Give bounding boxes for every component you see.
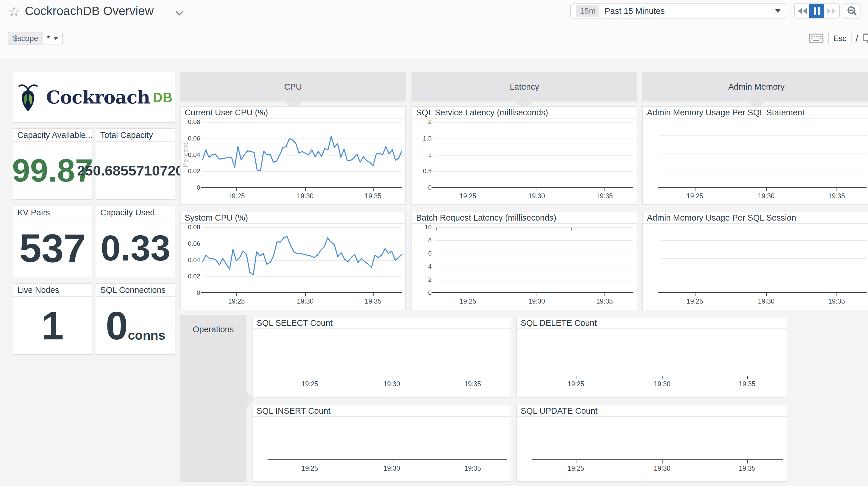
slash-separator: /	[856, 33, 858, 44]
top-header: ☆ CockroachDB Overview 15m Past 15 Minut…	[0, 0, 868, 59]
timeline-playback-controls	[794, 3, 840, 19]
chart-title: SQL Service Latency (milliseconds)	[412, 107, 637, 118]
group-header-cpu: CPU	[180, 72, 406, 102]
chart-plot-area: 19:2519:3019:35	[269, 420, 507, 460]
stat-title: Live Nodes	[13, 284, 92, 297]
chart-title: Batch Request Latency (milliseconds)	[412, 212, 637, 224]
rewind-icon	[796, 7, 808, 15]
rewind-button[interactable]	[795, 4, 809, 18]
stat-title: Capacity Available...	[13, 128, 92, 142]
group-label: CPU	[284, 82, 302, 92]
stat-value: 537	[19, 228, 86, 268]
cockroach-bug-icon	[16, 82, 40, 112]
stat-value: 0	[106, 306, 128, 345]
chart-system-cpu[interactable]: System CPU (%) 0.080.060.040.02019:2519:…	[180, 211, 406, 310]
chart-title: SQL INSERT Count	[252, 405, 510, 417]
chart-title: Current User CPU (%)	[181, 107, 405, 118]
chart-title: SQL UPDATE Count	[517, 405, 787, 417]
group-header-latency: Latency	[411, 72, 638, 102]
chart-plot-area: 19:2519:3019:35	[533, 333, 783, 376]
stat-value: 250.6855710720	[77, 164, 184, 178]
brand-suffix: DB	[153, 90, 173, 105]
chart-admin-memory-per-sql-statement[interactable]: Admin Memory Usage Per SQL Statement 19:…	[642, 106, 868, 205]
group-label: Latency	[510, 82, 539, 92]
stat-title: Total Capacity	[96, 128, 175, 142]
chart-title: SQL SELECT Count	[252, 317, 510, 329]
chart-sql-update-count[interactable]: SQL UPDATE Count 19:2519:3019:35	[516, 405, 787, 482]
page-title: CockroachDB Overview	[25, 4, 154, 18]
chart-sql-insert-count[interactable]: SQL INSERT Count 19:2519:3019:35	[252, 405, 511, 482]
cockroachdb-logo-panel: Cockroach DB	[13, 72, 176, 123]
chart-sql-service-latency[interactable]: SQL Service Latency (milliseconds) 21.51…	[411, 106, 638, 205]
chart-title: Admin Memory Usage Per SQL Statement	[643, 107, 868, 118]
time-range-badge: 15m	[576, 5, 599, 17]
chart-plot-area: 0.080.060.040.02019:2519:3019:35	[203, 227, 402, 293]
chart-plot-area: 19:2519:3019:35	[660, 122, 867, 188]
chart-sql-select-count[interactable]: SQL SELECT Count 19:2519:3019:35	[252, 317, 511, 398]
stat-value: 1	[41, 306, 64, 345]
stat-title: Capacity Used	[96, 206, 175, 220]
chart-plot-area: 19:2519:3019:35	[269, 333, 507, 376]
stat-kv-pairs[interactable]: KV Pairs 537	[13, 205, 92, 277]
fast-forward-button[interactable]	[825, 4, 839, 18]
esc-key-badge[interactable]: Esc	[828, 32, 851, 46]
chart-plot-area: 0.080.060.040.02019:2519:3019:35Percent	[203, 122, 402, 188]
template-variable-scope[interactable]: $scope *	[8, 32, 63, 45]
magnifier-minus-icon	[847, 6, 857, 16]
stat-value: 0.33	[100, 230, 170, 266]
chart-title: Admin Memory Usage Per SQL Session	[643, 212, 868, 224]
group-label: Operations	[193, 325, 234, 334]
group-header-operations: Operations	[180, 315, 246, 482]
chart-plot-area: 108642019:2519:3019:35	[434, 227, 633, 293]
chart-plot-area: 19:2519:3019:35	[533, 420, 783, 460]
scope-caret-icon	[54, 37, 58, 40]
favorite-star-icon[interactable]: ☆	[8, 5, 20, 18]
keyboard-icon	[809, 33, 824, 44]
stat-total-capacity[interactable]: Total Capacity 250.6855710720 GB	[96, 128, 176, 200]
chart-sql-delete-count[interactable]: SQL DELETE Count 19:2519:3019:35	[516, 317, 787, 398]
brand-name: Cockroach	[46, 87, 150, 108]
chart-title: SQL DELETE Count	[517, 317, 787, 329]
stat-title: SQL Connections	[96, 284, 175, 297]
stat-capacity-used[interactable]: Capacity Used 0.33	[96, 205, 176, 277]
chart-batch-request-latency[interactable]: Batch Request Latency (milliseconds) 108…	[411, 211, 638, 310]
stat-sql-connections[interactable]: SQL Connections 0 conns	[96, 283, 176, 355]
stat-unit: conns	[128, 328, 165, 343]
keyboard-shortcut-hints: Esc /	[809, 31, 868, 46]
stat-title: KV Pairs	[13, 206, 92, 220]
chart-title: System CPU (%)	[181, 212, 405, 224]
chart-plot-area: 19:2519:3019:35	[660, 227, 867, 293]
chart-plot-area: 21.510.5019:2519:3019:35	[434, 122, 633, 188]
zoom-out-button[interactable]	[844, 3, 861, 19]
pause-button[interactable]	[809, 4, 824, 18]
title-chevron-down-icon[interactable]	[176, 8, 183, 15]
time-range-label: Past 15 Minutes	[604, 6, 664, 16]
stat-live-nodes[interactable]: Live Nodes 1	[13, 283, 92, 355]
fast-forward-icon	[826, 7, 837, 15]
scope-variable-value: *	[47, 34, 50, 43]
group-header-admin-memory: Admin Memory	[642, 72, 868, 102]
chart-admin-memory-per-sql-session[interactable]: Admin Memory Usage Per SQL Session 19:25…	[642, 211, 868, 310]
fullscreen-monitor-icon[interactable]	[862, 33, 868, 44]
pause-icon	[814, 7, 816, 15]
group-label: Admin Memory	[728, 82, 785, 92]
scope-variable-name: $scope	[8, 32, 43, 45]
chart-current-user-cpu[interactable]: Current User CPU (%) 0.080.060.040.02019…	[180, 106, 406, 205]
time-range-picker[interactable]: 15m Past 15 Minutes	[570, 3, 786, 19]
dropdown-caret-icon	[775, 9, 780, 13]
